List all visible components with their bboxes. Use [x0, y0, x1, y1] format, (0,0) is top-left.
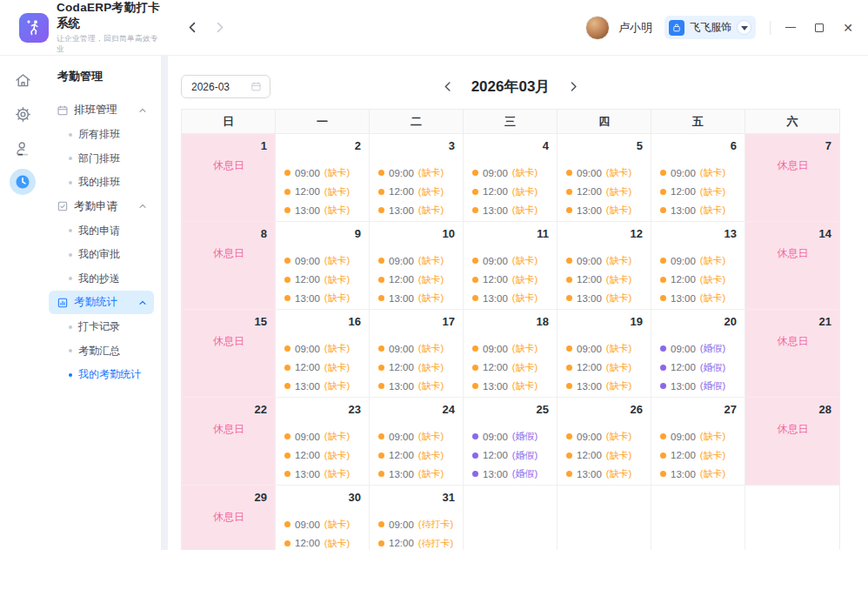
day-cell[interactable]: 28休息日: [745, 398, 839, 485]
record-list: 09:00(缺卡)12:00(缺卡)13:00(缺卡)18:00(缺卡): [566, 430, 643, 485]
sidebar-item[interactable]: 我的申请: [49, 219, 154, 244]
day-cell[interactable]: 7休息日: [745, 134, 839, 221]
rail-item-members[interactable]: [8, 135, 37, 161]
record-status: (缺卡): [512, 361, 537, 374]
day-cell[interactable]: 209:00(缺卡)12:00(缺卡)13:00(缺卡)18:00(缺卡): [276, 134, 370, 221]
attendance-record: 09:00(缺卡): [660, 254, 737, 267]
record-time: 13:00: [389, 293, 414, 304]
record-list: 09:00(缺卡)12:00(缺卡)13:00(缺卡)18:00(缺卡): [284, 254, 361, 309]
sidebar-group[interactable]: 考勤申请: [49, 195, 154, 218]
day-cell[interactable]: 909:00(缺卡)12:00(缺卡)13:00(缺卡)18:00(缺卡): [276, 222, 370, 309]
record-status: (缺卡): [324, 273, 350, 286]
record-status: (缺卡): [324, 379, 350, 392]
sidebar-item[interactable]: 我的抄送: [49, 267, 154, 292]
day-cell[interactable]: 15休息日: [182, 310, 276, 397]
sidebar-item[interactable]: 我的考勤统计: [49, 363, 154, 387]
day-cell[interactable]: 3109:00(待打卡)12:00(待打卡): [370, 486, 464, 550]
rail-item-attendance[interactable]: [8, 169, 37, 195]
status-dot-icon: [660, 207, 666, 213]
sidebar-item[interactable]: 我的排班: [49, 171, 154, 195]
day-cell[interactable]: 1709:00(缺卡)12:00(缺卡)13:00(缺卡)18:00(缺卡): [370, 310, 464, 397]
record-time: 09:00: [671, 168, 696, 178]
day-number: 6: [731, 139, 737, 152]
chevron-down-icon[interactable]: [737, 20, 751, 35]
day-cell[interactable]: 309:00(缺卡)12:00(缺卡)13:00(缺卡)18:00(缺卡): [370, 134, 464, 221]
record-list: 09:00(缺卡)12:00(缺卡)13:00(缺卡)18:00(缺卡): [378, 342, 455, 397]
app-title: CodaERP考勤打卡系统: [57, 0, 162, 31]
day-cell[interactable]: 1休息日: [182, 134, 276, 221]
sidebar-item-label: 我的考勤统计: [78, 367, 141, 382]
record-status: (缺卡): [700, 292, 725, 305]
day-cell[interactable]: 2709:00(缺卡)12:00(缺卡)13:00(缺卡)18:00(缺卡): [651, 398, 745, 485]
day-cell[interactable]: 8休息日: [182, 222, 276, 309]
day-cell[interactable]: 2609:00(缺卡)12:00(缺卡)13:00(缺卡)18:00(缺卡): [558, 398, 651, 485]
day-cell[interactable]: 22休息日: [182, 398, 276, 485]
day-cell[interactable]: 29休息日: [182, 486, 276, 550]
weekday-header: 日: [182, 110, 276, 133]
team-icon: [10, 135, 36, 161]
record-time: 12:00: [389, 186, 414, 197]
attendance-record: 09:00(缺卡): [378, 166, 455, 179]
rest-day-label: 休息日: [190, 158, 267, 173]
record-status: (缺卡): [418, 273, 444, 286]
record-status: (缺卡): [324, 449, 350, 462]
day-cell[interactable]: 14休息日: [745, 222, 839, 309]
attendance-record: 12:00(缺卡): [660, 449, 737, 462]
day-cell[interactable]: 2409:00(缺卡)12:00(缺卡)13:00(缺卡)18:00(缺卡): [370, 398, 464, 485]
chevron-up-icon[interactable]: [137, 105, 148, 116]
maximize-icon[interactable]: [813, 22, 825, 34]
attendance-record: 09:00(缺卡): [284, 430, 361, 443]
day-cell[interactable]: 3009:00(缺卡)12:00(缺卡): [276, 486, 370, 550]
status-dot-icon: [378, 170, 384, 176]
attendance-record: 12:00(缺卡): [472, 185, 549, 198]
attendance-record: 13:00(婚假): [472, 467, 549, 480]
day-cell[interactable]: 1809:00(缺卡)12:00(缺卡)13:00(缺卡)18:00(缺卡): [464, 310, 558, 397]
day-cell[interactable]: 2009:00(婚假)12:00(婚假)13:00(婚假)18:00(婚假): [651, 310, 745, 397]
day-cell[interactable]: 2309:00(缺卡)12:00(缺卡)13:00(缺卡)18:00(缺卡): [276, 398, 370, 485]
sidebar-item[interactable]: 所有排班: [49, 123, 154, 147]
user-avatar[interactable]: [585, 16, 610, 40]
day-cell[interactable]: 1609:00(缺卡)12:00(缺卡)13:00(缺卡)17:33:57(早退…: [276, 310, 370, 397]
month-input[interactable]: [191, 81, 245, 93]
icon-rail: [0, 56, 45, 550]
day-cell[interactable]: 509:00(缺卡)12:00(缺卡)13:00(缺卡)18:00(缺卡): [558, 134, 651, 221]
day-cell[interactable]: 1309:00(缺卡)12:00(缺卡)13:00(缺卡)18:00(缺卡): [651, 222, 745, 309]
nav-forward-icon[interactable]: [213, 21, 226, 34]
day-number: 14: [819, 227, 831, 240]
day-cell[interactable]: 409:00(缺卡)12:00(缺卡)13:00(缺卡)18:00(缺卡): [464, 134, 558, 221]
sidebar: 考勤管理 排班管理所有排班部门排班我的排班考勤申请我的申请我的审批我的抄送考勤统…: [45, 56, 162, 550]
record-time: 13:00: [389, 205, 414, 216]
attendance-record: 09:00(待打卡): [378, 518, 455, 531]
sidebar-group[interactable]: 排班管理: [49, 98, 154, 122]
day-cell[interactable]: 609:00(缺卡)12:00(缺卡)13:00(缺卡)18:00(缺卡): [651, 134, 745, 221]
company-switcher[interactable]: 飞飞服饰: [664, 16, 756, 39]
day-cell[interactable]: 2509:00(婚假)12:00(婚假)13:00(婚假)18:00(婚假): [464, 398, 558, 485]
minimize-icon[interactable]: [785, 22, 797, 34]
next-month-icon[interactable]: [567, 81, 578, 92]
sidebar-item[interactable]: 部门排班: [49, 147, 154, 171]
sidebar-item[interactable]: 考勤汇总: [49, 339, 154, 364]
record-status: (缺卡): [418, 361, 444, 374]
sidebar-item[interactable]: 打卡记录: [49, 315, 154, 339]
chevron-up-icon[interactable]: [137, 201, 148, 211]
close-icon[interactable]: ✕: [842, 22, 854, 34]
day-number: 18: [537, 315, 549, 328]
status-dot-icon: [378, 383, 384, 389]
attendance-record: 09:00(婚假): [472, 430, 549, 443]
sidebar-group[interactable]: 考勤统计: [49, 291, 154, 314]
nav-back-icon[interactable]: [186, 21, 199, 34]
sidebar-item[interactable]: 我的审批: [49, 243, 154, 267]
record-time: 12:00: [389, 274, 414, 285]
day-cell[interactable]: 1009:00(缺卡)12:00(缺卡)13:00(缺卡)18:00(缺卡): [370, 222, 464, 309]
day-cell[interactable]: 1109:00(缺卡)12:00(缺卡)13:00(缺卡)18:00(缺卡): [464, 222, 558, 309]
day-cell[interactable]: 1209:00(缺卡)12:00(缺卡)13:00(缺卡)18:00(缺卡): [558, 222, 651, 309]
rail-item-home[interactable]: [8, 67, 37, 93]
day-cell[interactable]: 21休息日: [745, 310, 839, 397]
prev-month-icon[interactable]: [443, 81, 454, 92]
chevron-up-icon[interactable]: [137, 298, 148, 308]
rail-item-settings[interactable]: [8, 101, 37, 127]
record-time: 12:00: [671, 186, 696, 197]
record-time: 13:00: [577, 205, 602, 216]
month-picker[interactable]: [181, 75, 270, 98]
day-cell[interactable]: 1909:00(缺卡)12:00(缺卡)13:00(缺卡)18:00(缺卡): [558, 310, 651, 397]
